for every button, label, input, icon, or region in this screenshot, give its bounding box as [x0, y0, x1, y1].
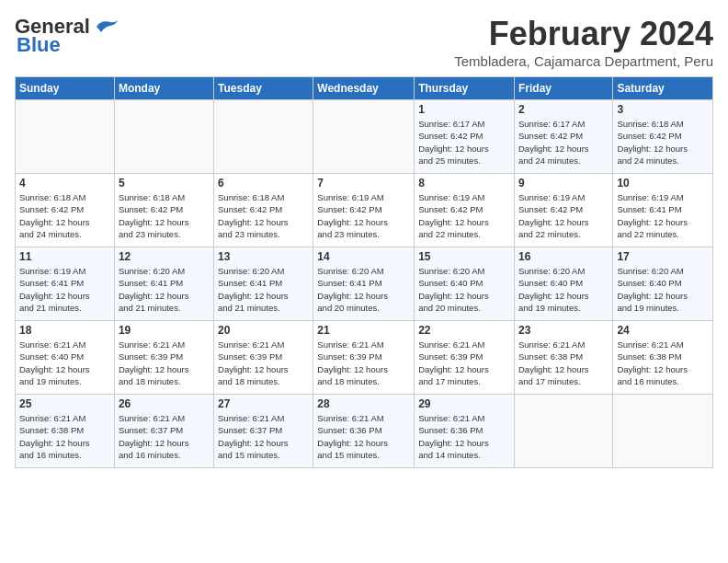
day-info: Sunrise: 6:19 AM Sunset: 6:42 PM Dayligh…	[418, 191, 510, 240]
calendar-cell: 27Sunrise: 6:21 AM Sunset: 6:37 PM Dayli…	[214, 395, 313, 468]
day-info: Sunrise: 6:18 AM Sunset: 6:42 PM Dayligh…	[218, 191, 309, 240]
day-info: Sunrise: 6:20 AM Sunset: 6:41 PM Dayligh…	[218, 265, 309, 314]
logo: General Blue	[15, 15, 119, 57]
calendar-cell: 11Sunrise: 6:19 AM Sunset: 6:41 PM Dayli…	[16, 247, 115, 321]
calendar-cell: 26Sunrise: 6:21 AM Sunset: 6:37 PM Dayli…	[114, 395, 213, 468]
day-info: Sunrise: 6:21 AM Sunset: 6:38 PM Dayligh…	[518, 339, 609, 387]
calendar-cell: 17Sunrise: 6:20 AM Sunset: 6:40 PM Dayli…	[613, 247, 713, 321]
day-number: 19	[119, 324, 210, 337]
calendar-day-header: Friday	[514, 77, 612, 100]
calendar-cell: 13Sunrise: 6:20 AM Sunset: 6:41 PM Dayli…	[214, 247, 313, 321]
day-number: 15	[418, 250, 510, 263]
day-number: 23	[518, 324, 609, 337]
calendar-cell: 9Sunrise: 6:19 AM Sunset: 6:42 PM Daylig…	[514, 174, 612, 247]
calendar-header-row: SundayMondayTuesdayWednesdayThursdayFrid…	[16, 77, 713, 100]
day-info: Sunrise: 6:21 AM Sunset: 6:36 PM Dayligh…	[317, 412, 410, 461]
day-info: Sunrise: 6:18 AM Sunset: 6:42 PM Dayligh…	[617, 118, 709, 167]
day-number: 5	[119, 177, 210, 190]
calendar-cell	[16, 100, 115, 174]
calendar-cell	[514, 395, 612, 468]
day-info: Sunrise: 6:19 AM Sunset: 6:42 PM Dayligh…	[317, 191, 410, 240]
day-number: 18	[19, 324, 110, 337]
calendar-cell: 6Sunrise: 6:18 AM Sunset: 6:42 PM Daylig…	[214, 174, 313, 247]
day-info: Sunrise: 6:21 AM Sunset: 6:39 PM Dayligh…	[418, 339, 510, 387]
month-title: February 2024	[454, 15, 713, 53]
page-header: General Blue February 2024 Tembladera, C…	[15, 15, 713, 69]
calendar-day-header: Sunday	[16, 77, 115, 100]
calendar-cell: 14Sunrise: 6:20 AM Sunset: 6:41 PM Dayli…	[313, 247, 415, 321]
day-info: Sunrise: 6:21 AM Sunset: 6:39 PM Dayligh…	[218, 339, 309, 387]
calendar-cell: 3Sunrise: 6:18 AM Sunset: 6:42 PM Daylig…	[613, 100, 713, 174]
day-number: 3	[617, 103, 709, 116]
logo-bird-icon	[92, 17, 119, 36]
day-info: Sunrise: 6:20 AM Sunset: 6:41 PM Dayligh…	[317, 265, 410, 314]
calendar-cell: 22Sunrise: 6:21 AM Sunset: 6:39 PM Dayli…	[415, 321, 515, 395]
day-number: 6	[218, 177, 309, 190]
calendar-week-row: 18Sunrise: 6:21 AM Sunset: 6:40 PM Dayli…	[16, 321, 713, 395]
calendar-cell: 25Sunrise: 6:21 AM Sunset: 6:38 PM Dayli…	[16, 395, 115, 468]
day-info: Sunrise: 6:20 AM Sunset: 6:40 PM Dayligh…	[418, 265, 510, 314]
day-number: 26	[119, 397, 210, 410]
calendar-cell	[313, 100, 415, 174]
day-info: Sunrise: 6:17 AM Sunset: 6:42 PM Dayligh…	[418, 118, 510, 167]
day-number: 28	[317, 397, 410, 410]
day-info: Sunrise: 6:18 AM Sunset: 6:42 PM Dayligh…	[19, 191, 110, 240]
day-info: Sunrise: 6:21 AM Sunset: 6:37 PM Dayligh…	[218, 412, 309, 461]
day-number: 25	[19, 397, 110, 410]
day-info: Sunrise: 6:19 AM Sunset: 6:41 PM Dayligh…	[617, 191, 709, 240]
day-number: 10	[617, 177, 709, 190]
calendar-cell: 16Sunrise: 6:20 AM Sunset: 6:40 PM Dayli…	[514, 247, 612, 321]
calendar-cell: 24Sunrise: 6:21 AM Sunset: 6:38 PM Dayli…	[613, 321, 713, 395]
day-number: 4	[19, 177, 110, 190]
day-number: 24	[617, 324, 709, 337]
day-info: Sunrise: 6:18 AM Sunset: 6:42 PM Dayligh…	[119, 191, 210, 240]
day-info: Sunrise: 6:20 AM Sunset: 6:40 PM Dayligh…	[518, 265, 609, 314]
day-number: 14	[317, 250, 410, 263]
day-info: Sunrise: 6:21 AM Sunset: 6:38 PM Dayligh…	[19, 412, 110, 461]
day-number: 9	[518, 177, 609, 190]
day-number: 7	[317, 177, 410, 190]
day-number: 22	[418, 324, 510, 337]
calendar-day-header: Tuesday	[214, 77, 313, 100]
calendar-cell: 8Sunrise: 6:19 AM Sunset: 6:42 PM Daylig…	[415, 174, 515, 247]
day-info: Sunrise: 6:21 AM Sunset: 6:40 PM Dayligh…	[19, 339, 110, 387]
calendar-cell	[114, 100, 213, 174]
calendar-cell: 29Sunrise: 6:21 AM Sunset: 6:36 PM Dayli…	[415, 395, 515, 468]
calendar-week-row: 11Sunrise: 6:19 AM Sunset: 6:41 PM Dayli…	[16, 247, 713, 321]
day-number: 17	[617, 250, 709, 263]
calendar-table: SundayMondayTuesdayWednesdayThursdayFrid…	[15, 76, 713, 468]
calendar-day-header: Saturday	[613, 77, 713, 100]
calendar-cell: 2Sunrise: 6:17 AM Sunset: 6:42 PM Daylig…	[514, 100, 612, 174]
calendar-day-header: Thursday	[415, 77, 515, 100]
calendar-week-row: 1Sunrise: 6:17 AM Sunset: 6:42 PM Daylig…	[16, 100, 713, 174]
calendar-day-header: Monday	[114, 77, 213, 100]
day-info: Sunrise: 6:21 AM Sunset: 6:36 PM Dayligh…	[418, 412, 510, 461]
day-info: Sunrise: 6:19 AM Sunset: 6:42 PM Dayligh…	[518, 191, 609, 240]
day-info: Sunrise: 6:21 AM Sunset: 6:39 PM Dayligh…	[119, 339, 210, 387]
calendar-cell: 10Sunrise: 6:19 AM Sunset: 6:41 PM Dayli…	[613, 174, 713, 247]
calendar-cell: 19Sunrise: 6:21 AM Sunset: 6:39 PM Dayli…	[114, 321, 213, 395]
day-number: 12	[119, 250, 210, 263]
calendar-cell	[613, 395, 713, 468]
day-info: Sunrise: 6:19 AM Sunset: 6:41 PM Dayligh…	[19, 265, 110, 314]
calendar-cell: 1Sunrise: 6:17 AM Sunset: 6:42 PM Daylig…	[415, 100, 515, 174]
calendar-cell: 20Sunrise: 6:21 AM Sunset: 6:39 PM Dayli…	[214, 321, 313, 395]
day-info: Sunrise: 6:20 AM Sunset: 6:41 PM Dayligh…	[119, 265, 210, 314]
day-info: Sunrise: 6:21 AM Sunset: 6:38 PM Dayligh…	[617, 339, 709, 387]
day-info: Sunrise: 6:21 AM Sunset: 6:39 PM Dayligh…	[317, 339, 410, 387]
day-number: 8	[418, 177, 510, 190]
calendar-cell: 12Sunrise: 6:20 AM Sunset: 6:41 PM Dayli…	[114, 247, 213, 321]
calendar-cell: 5Sunrise: 6:18 AM Sunset: 6:42 PM Daylig…	[114, 174, 213, 247]
title-block: February 2024 Tembladera, Cajamarca Depa…	[454, 15, 713, 69]
day-info: Sunrise: 6:21 AM Sunset: 6:37 PM Dayligh…	[119, 412, 210, 461]
day-number: 20	[218, 324, 309, 337]
calendar-day-header: Wednesday	[313, 77, 415, 100]
calendar-week-row: 4Sunrise: 6:18 AM Sunset: 6:42 PM Daylig…	[16, 174, 713, 247]
calendar-cell: 18Sunrise: 6:21 AM Sunset: 6:40 PM Dayli…	[16, 321, 115, 395]
day-number: 29	[418, 397, 510, 410]
calendar-cell: 21Sunrise: 6:21 AM Sunset: 6:39 PM Dayli…	[313, 321, 415, 395]
day-number: 13	[218, 250, 309, 263]
calendar-week-row: 25Sunrise: 6:21 AM Sunset: 6:38 PM Dayli…	[16, 395, 713, 468]
day-number: 16	[518, 250, 609, 263]
day-info: Sunrise: 6:20 AM Sunset: 6:40 PM Dayligh…	[617, 265, 709, 314]
